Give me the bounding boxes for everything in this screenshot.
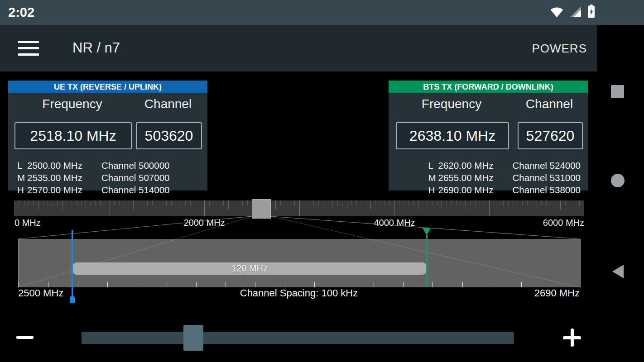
table-row: M 2655.00 MHz Channel 531000 <box>389 171 588 184</box>
zoom-slider-thumb[interactable] <box>183 325 203 351</box>
uplink-channel-field[interactable]: 503620 <box>136 122 202 149</box>
downlink-card: BTS TX (FORWARD / DOWNLINK) Frequency Ch… <box>389 81 588 191</box>
ruler-tick-label: 2000 MHz <box>183 218 225 228</box>
downlink-band-edges: L 2620.00 MHz Channel 524000 M 2655.00 M… <box>389 159 588 196</box>
uplink-card: UE TX (REVERSE / UPLINK) Frequency Chann… <box>8 81 207 191</box>
channel-label: Channel <box>518 97 581 111</box>
status-icons <box>550 5 595 20</box>
recents-square-icon[interactable] <box>611 85 624 98</box>
channel-label: Channel <box>136 97 200 111</box>
downlink-frequency-field[interactable]: 2638.10 MHz <box>396 122 509 149</box>
frequency-label: Frequency <box>14 97 130 111</box>
back-triangle-icon[interactable] <box>612 265 624 278</box>
downlink-frequency-marker[interactable] <box>426 235 428 287</box>
table-row: M 2535.00 MHz Channel 507000 <box>8 171 207 184</box>
band-selection-handle[interactable] <box>252 199 271 219</box>
ruler-tick-label: 0 MHz <box>14 218 41 228</box>
app-bar: NR / n7 POWERS <box>0 25 597 71</box>
wifi-icon <box>550 6 564 20</box>
band-detail-view[interactable]: 120 MHz <box>18 239 581 287</box>
uplink-card-header: UE TX (REVERSE / UPLINK) <box>8 81 207 93</box>
downlink-marker-arrow-icon <box>423 228 431 235</box>
zoom-slider[interactable] <box>82 332 514 344</box>
frequency-label: Frequency <box>396 97 507 111</box>
app-screen: 2:02 NR / n7 <box>0 0 644 362</box>
band-low-edge-label: 2500 MHz <box>18 287 63 299</box>
uplink-marker-handle[interactable] <box>70 296 75 303</box>
table-row: H 2570.00 MHz Channel 514000 <box>8 184 207 196</box>
cellular-signal-icon <box>569 5 582 20</box>
uplink-frequency-field[interactable]: 2518.10 MHz <box>14 122 132 149</box>
ruler-tick-label: 4000 MHz <box>374 218 415 228</box>
table-row: L 2500.00 MHz Channel 500000 <box>8 159 207 171</box>
zoom-out-icon[interactable] <box>16 336 34 339</box>
ruler-tick-label: 6000 MHz <box>543 218 584 228</box>
home-circle-icon[interactable] <box>611 174 625 187</box>
clock: 2:02 <box>8 5 34 20</box>
channel-spacing-label: Channel Spacing: 100 kHz <box>240 287 358 299</box>
battery-charging-icon <box>587 5 595 20</box>
table-row: H 2690.00 MHz Channel 538000 <box>389 184 588 196</box>
downlink-channel-field[interactable]: 527620 <box>518 122 583 149</box>
spectrum-overview-ruler[interactable] <box>14 200 584 216</box>
bandwidth-indicator: 120 MHz <box>73 262 426 275</box>
status-bar: 2:02 <box>0 0 644 25</box>
powers-button[interactable]: POWERS <box>532 42 587 56</box>
downlink-card-header: BTS TX (FORWARD / DOWNLINK) <box>389 81 588 93</box>
uplink-frequency-marker[interactable] <box>72 230 73 302</box>
uplink-card-body: Frequency Channel 2518.10 MHz 503620 L 2… <box>8 93 207 191</box>
zoom-in-icon[interactable] <box>563 329 581 347</box>
table-row: L 2620.00 MHz Channel 524000 <box>389 159 588 171</box>
downlink-card-body: Frequency Channel 2638.10 MHz 527620 L 2… <box>389 93 588 191</box>
uplink-band-edges: L 2500.00 MHz Channel 500000 M 2535.00 M… <box>8 159 207 196</box>
band-high-edge-label: 2690 MHz <box>534 287 580 299</box>
hamburger-menu-icon[interactable] <box>18 41 39 56</box>
page-title: NR / n7 <box>72 40 120 56</box>
